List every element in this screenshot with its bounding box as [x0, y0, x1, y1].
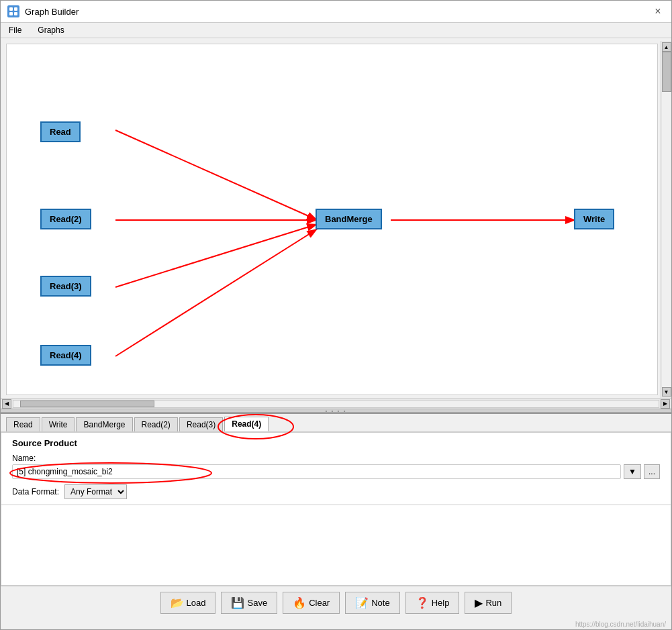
svg-line-8	[115, 229, 318, 356]
scroll-thumb[interactable]	[662, 52, 671, 92]
name-label: Name:	[12, 454, 660, 463]
h-scroll-thumb[interactable]	[20, 401, 154, 407]
horizontal-scrollbar[interactable]: ◀ ▶	[1, 398, 671, 409]
tab-read3[interactable]: Read(3)	[179, 417, 223, 431]
clear-icon: 🔥	[293, 596, 306, 609]
node-read4[interactable]: Read(4)	[40, 345, 91, 366]
name-dropdown-button[interactable]: ▼	[624, 464, 641, 479]
scroll-left-button[interactable]: ◀	[2, 399, 11, 409]
browse-button[interactable]: ...	[644, 464, 660, 479]
run-icon: ▶	[475, 596, 483, 609]
watermark: https://blog.csdn.net/lidaihuan/	[1, 619, 671, 629]
tabs-bar: Read Write BandMerge Read(2) Read(3) Rea…	[1, 414, 671, 432]
menu-graphs[interactable]: Graphs	[35, 24, 66, 36]
tab-read[interactable]: Read	[6, 417, 40, 431]
format-label: Data Format:	[12, 487, 59, 496]
svg-line-5	[115, 130, 318, 220]
tab-bandmerge[interactable]: BandMerge	[76, 417, 132, 431]
note-button[interactable]: 📝 Note	[345, 592, 399, 614]
main-window: Graph Builder × File Graphs	[0, 0, 672, 630]
vertical-scrollbar[interactable]: ▲ ▼	[661, 41, 671, 398]
node-read3[interactable]: Read(3)	[40, 276, 91, 297]
node-bandmerge[interactable]: BandMerge	[316, 209, 382, 229]
svg-rect-2	[9, 12, 13, 15]
load-button[interactable]: 📂 Load	[160, 592, 216, 614]
scroll-down-button[interactable]: ▼	[662, 387, 671, 397]
bottom-panel: Read Write BandMerge Read(2) Read(3) Rea…	[1, 413, 671, 586]
window-title: Graph Builder	[25, 7, 79, 17]
save-icon: 💾	[231, 596, 244, 609]
toolbar: 📂 Load 💾 Save 🔥 Clear 📝 Note ❓ Help ▶ Ru…	[1, 586, 671, 619]
close-button[interactable]: ×	[651, 5, 665, 18]
format-row: Data Format: Any Format GeoTIFF NetCDF	[12, 484, 660, 499]
node-read[interactable]: Read	[40, 121, 81, 142]
h-scroll-track	[13, 400, 659, 408]
tab-read2[interactable]: Read(2)	[134, 417, 178, 431]
clear-button[interactable]: 🔥 Clear	[283, 592, 340, 614]
svg-line-7	[115, 224, 318, 287]
help-icon: ❓	[416, 596, 429, 609]
node-write[interactable]: Write	[574, 209, 614, 229]
svg-rect-0	[9, 7, 13, 11]
run-button[interactable]: ▶ Run	[465, 592, 512, 614]
scroll-right-button[interactable]: ▶	[661, 399, 670, 409]
scroll-up-button[interactable]: ▲	[662, 42, 671, 52]
format-select[interactable]: Any Format GeoTIFF NetCDF	[64, 484, 127, 499]
save-button[interactable]: 💾 Save	[221, 592, 277, 614]
section-title: Source Product	[12, 438, 660, 448]
panel-content: Source Product Name: ▼ ... Data Format: …	[1, 432, 671, 505]
title-bar-left: Graph Builder	[7, 5, 79, 17]
title-bar: Graph Builder ×	[1, 1, 671, 23]
tab-write[interactable]: Write	[42, 417, 75, 431]
name-field-row: ▼ ...	[12, 464, 660, 479]
app-icon	[7, 5, 19, 17]
load-icon: 📂	[171, 596, 184, 609]
name-input[interactable]	[12, 464, 621, 479]
note-icon: 📝	[355, 596, 369, 609]
help-button[interactable]: ❓ Help	[405, 592, 460, 614]
tab-read4[interactable]: Read(4)	[224, 417, 269, 431]
svg-rect-1	[14, 7, 17, 11]
graph-canvas-area: Read Read(2) Read(3) Read(4) BandMerge W…	[6, 44, 658, 395]
scroll-track	[662, 52, 671, 387]
menu-file[interactable]: File	[6, 24, 24, 36]
svg-rect-3	[14, 12, 17, 15]
node-read2[interactable]: Read(2)	[40, 209, 91, 229]
menu-bar: File Graphs	[1, 23, 671, 38]
